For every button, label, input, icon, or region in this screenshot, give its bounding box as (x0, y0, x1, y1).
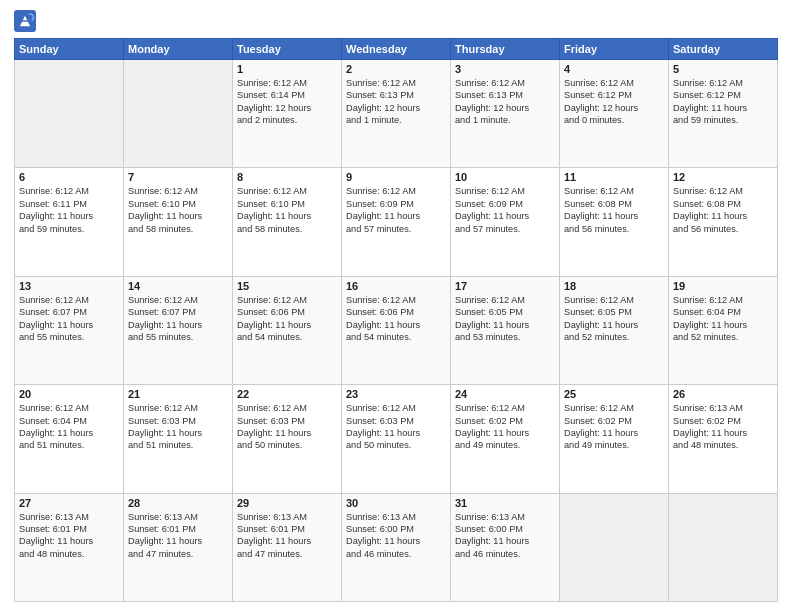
calendar-cell: 8Sunrise: 6:12 AMSunset: 6:10 PMDaylight… (233, 168, 342, 276)
calendar-cell: 11Sunrise: 6:12 AMSunset: 6:08 PMDayligh… (560, 168, 669, 276)
day-number: 9 (346, 171, 446, 183)
day-number: 12 (673, 171, 773, 183)
calendar-cell: 7Sunrise: 6:12 AMSunset: 6:10 PMDaylight… (124, 168, 233, 276)
day-number: 31 (455, 497, 555, 509)
calendar-cell: 15Sunrise: 6:12 AMSunset: 6:06 PMDayligh… (233, 276, 342, 384)
day-number: 28 (128, 497, 228, 509)
day-number: 20 (19, 388, 119, 400)
svg-rect-2 (22, 20, 28, 21)
day-number: 14 (128, 280, 228, 292)
calendar-cell: 31Sunrise: 6:13 AMSunset: 6:00 PMDayligh… (451, 493, 560, 601)
cell-info: Sunrise: 6:12 AMSunset: 6:13 PMDaylight:… (455, 77, 555, 127)
calendar-cell: 16Sunrise: 6:12 AMSunset: 6:06 PMDayligh… (342, 276, 451, 384)
calendar-cell: 9Sunrise: 6:12 AMSunset: 6:09 PMDaylight… (342, 168, 451, 276)
calendar-cell: 13Sunrise: 6:12 AMSunset: 6:07 PMDayligh… (15, 276, 124, 384)
cell-info: Sunrise: 6:12 AMSunset: 6:05 PMDaylight:… (455, 294, 555, 344)
calendar-cell: 19Sunrise: 6:12 AMSunset: 6:04 PMDayligh… (669, 276, 778, 384)
cell-info: Sunrise: 6:12 AMSunset: 6:09 PMDaylight:… (346, 185, 446, 235)
day-number: 8 (237, 171, 337, 183)
day-number: 22 (237, 388, 337, 400)
calendar-cell: 10Sunrise: 6:12 AMSunset: 6:09 PMDayligh… (451, 168, 560, 276)
calendar-cell: 5Sunrise: 6:12 AMSunset: 6:12 PMDaylight… (669, 60, 778, 168)
day-number: 5 (673, 63, 773, 75)
calendar-cell: 26Sunrise: 6:13 AMSunset: 6:02 PMDayligh… (669, 385, 778, 493)
cell-info: Sunrise: 6:12 AMSunset: 6:06 PMDaylight:… (346, 294, 446, 344)
day-number: 6 (19, 171, 119, 183)
cell-info: Sunrise: 6:12 AMSunset: 6:08 PMDaylight:… (673, 185, 773, 235)
cell-info: Sunrise: 6:13 AMSunset: 6:00 PMDaylight:… (346, 511, 446, 561)
day-number: 24 (455, 388, 555, 400)
cell-info: Sunrise: 6:12 AMSunset: 6:10 PMDaylight:… (237, 185, 337, 235)
calendar-cell: 1Sunrise: 6:12 AMSunset: 6:14 PMDaylight… (233, 60, 342, 168)
cell-info: Sunrise: 6:12 AMSunset: 6:04 PMDaylight:… (19, 402, 119, 452)
calendar-cell (124, 60, 233, 168)
weekday-header-thursday: Thursday (451, 39, 560, 60)
day-number: 16 (346, 280, 446, 292)
cell-info: Sunrise: 6:13 AMSunset: 6:02 PMDaylight:… (673, 402, 773, 452)
day-number: 29 (237, 497, 337, 509)
cell-info: Sunrise: 6:12 AMSunset: 6:10 PMDaylight:… (128, 185, 228, 235)
weekday-header-sunday: Sunday (15, 39, 124, 60)
day-number: 2 (346, 63, 446, 75)
cell-info: Sunrise: 6:12 AMSunset: 6:09 PMDaylight:… (455, 185, 555, 235)
weekday-header-wednesday: Wednesday (342, 39, 451, 60)
calendar-cell (560, 493, 669, 601)
day-number: 23 (346, 388, 446, 400)
calendar-cell (15, 60, 124, 168)
day-number: 17 (455, 280, 555, 292)
cell-info: Sunrise: 6:13 AMSunset: 6:01 PMDaylight:… (19, 511, 119, 561)
calendar-cell: 17Sunrise: 6:12 AMSunset: 6:05 PMDayligh… (451, 276, 560, 384)
calendar-cell (669, 493, 778, 601)
day-number: 10 (455, 171, 555, 183)
cell-info: Sunrise: 6:12 AMSunset: 6:02 PMDaylight:… (564, 402, 664, 452)
day-number: 19 (673, 280, 773, 292)
day-number: 30 (346, 497, 446, 509)
cell-info: Sunrise: 6:12 AMSunset: 6:13 PMDaylight:… (346, 77, 446, 127)
calendar-cell: 27Sunrise: 6:13 AMSunset: 6:01 PMDayligh… (15, 493, 124, 601)
day-number: 4 (564, 63, 664, 75)
cell-info: Sunrise: 6:13 AMSunset: 6:01 PMDaylight:… (237, 511, 337, 561)
weekday-header-saturday: Saturday (669, 39, 778, 60)
cell-info: Sunrise: 6:12 AMSunset: 6:05 PMDaylight:… (564, 294, 664, 344)
day-number: 7 (128, 171, 228, 183)
calendar-cell: 29Sunrise: 6:13 AMSunset: 6:01 PMDayligh… (233, 493, 342, 601)
cell-info: Sunrise: 6:12 AMSunset: 6:12 PMDaylight:… (673, 77, 773, 127)
calendar-cell: 2Sunrise: 6:12 AMSunset: 6:13 PMDaylight… (342, 60, 451, 168)
logo (14, 10, 40, 32)
weekday-header-monday: Monday (124, 39, 233, 60)
calendar-cell: 12Sunrise: 6:12 AMSunset: 6:08 PMDayligh… (669, 168, 778, 276)
weekday-header-tuesday: Tuesday (233, 39, 342, 60)
cell-info: Sunrise: 6:13 AMSunset: 6:00 PMDaylight:… (455, 511, 555, 561)
weekday-header-friday: Friday (560, 39, 669, 60)
day-number: 25 (564, 388, 664, 400)
cell-info: Sunrise: 6:12 AMSunset: 6:03 PMDaylight:… (237, 402, 337, 452)
calendar-cell: 3Sunrise: 6:12 AMSunset: 6:13 PMDaylight… (451, 60, 560, 168)
calendar-cell: 18Sunrise: 6:12 AMSunset: 6:05 PMDayligh… (560, 276, 669, 384)
calendar-cell: 30Sunrise: 6:13 AMSunset: 6:00 PMDayligh… (342, 493, 451, 601)
cell-info: Sunrise: 6:12 AMSunset: 6:14 PMDaylight:… (237, 77, 337, 127)
calendar-cell: 4Sunrise: 6:12 AMSunset: 6:12 PMDaylight… (560, 60, 669, 168)
calendar-cell: 25Sunrise: 6:12 AMSunset: 6:02 PMDayligh… (560, 385, 669, 493)
calendar-cell: 21Sunrise: 6:12 AMSunset: 6:03 PMDayligh… (124, 385, 233, 493)
calendar-cell: 20Sunrise: 6:12 AMSunset: 6:04 PMDayligh… (15, 385, 124, 493)
cell-info: Sunrise: 6:12 AMSunset: 6:08 PMDaylight:… (564, 185, 664, 235)
cell-info: Sunrise: 6:12 AMSunset: 6:12 PMDaylight:… (564, 77, 664, 127)
cell-info: Sunrise: 6:13 AMSunset: 6:01 PMDaylight:… (128, 511, 228, 561)
calendar-cell: 22Sunrise: 6:12 AMSunset: 6:03 PMDayligh… (233, 385, 342, 493)
day-number: 18 (564, 280, 664, 292)
calendar-cell: 23Sunrise: 6:12 AMSunset: 6:03 PMDayligh… (342, 385, 451, 493)
cell-info: Sunrise: 6:12 AMSunset: 6:07 PMDaylight:… (128, 294, 228, 344)
day-number: 1 (237, 63, 337, 75)
logo-icon (14, 10, 36, 32)
calendar-cell: 24Sunrise: 6:12 AMSunset: 6:02 PMDayligh… (451, 385, 560, 493)
day-number: 15 (237, 280, 337, 292)
day-number: 13 (19, 280, 119, 292)
calendar-cell: 28Sunrise: 6:13 AMSunset: 6:01 PMDayligh… (124, 493, 233, 601)
calendar-table: SundayMondayTuesdayWednesdayThursdayFrid… (14, 38, 778, 602)
day-number: 11 (564, 171, 664, 183)
cell-info: Sunrise: 6:12 AMSunset: 6:04 PMDaylight:… (673, 294, 773, 344)
day-number: 27 (19, 497, 119, 509)
day-number: 26 (673, 388, 773, 400)
day-number: 3 (455, 63, 555, 75)
cell-info: Sunrise: 6:12 AMSunset: 6:11 PMDaylight:… (19, 185, 119, 235)
